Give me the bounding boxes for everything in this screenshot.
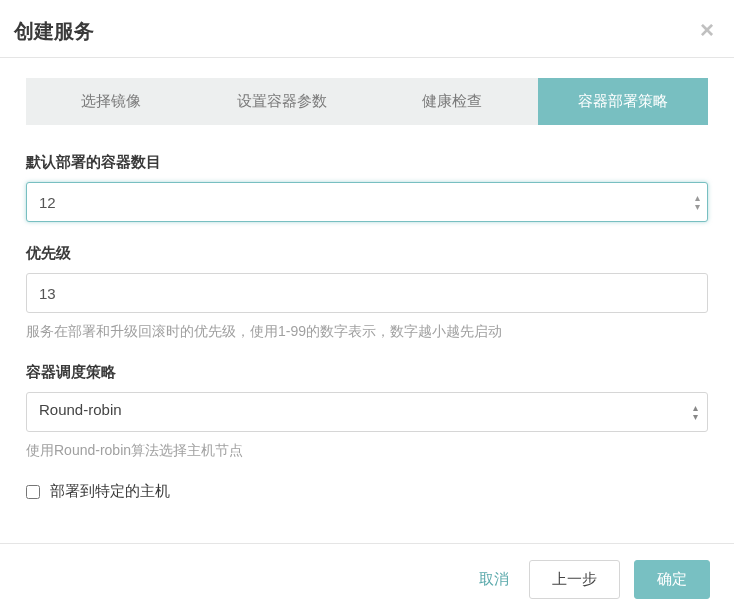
tab-health-check[interactable]: 健康检查 <box>367 78 538 125</box>
cancel-button[interactable]: 取消 <box>473 562 515 597</box>
label-schedule: 容器调度策略 <box>26 363 708 382</box>
deploy-specific-label: 部署到特定的主机 <box>50 482 170 501</box>
container-count-input[interactable] <box>26 182 708 222</box>
field-priority: 优先级 服务在部署和升级回滚时的优先级，使用1-99的数字表示，数字越小越先启动 <box>26 244 708 341</box>
field-container-count: 默认部署的容器数目 ▴▾ <box>26 153 708 222</box>
field-deploy-specific: 部署到特定的主机 <box>26 482 708 501</box>
header-divider <box>0 57 734 58</box>
priority-input[interactable] <box>26 273 708 313</box>
schedule-help: 使用Round-robin算法选择主机节点 <box>26 442 708 460</box>
tab-select-image[interactable]: 选择镜像 <box>26 78 197 125</box>
modal-footer: 取消 上一步 确定 <box>0 543 734 615</box>
label-container-count: 默认部署的容器数目 <box>26 153 708 172</box>
modal-header: 创建服务 × <box>0 0 734 57</box>
schedule-select[interactable]: Round-robin <box>26 392 708 432</box>
close-icon[interactable]: × <box>700 16 714 44</box>
tab-label: 容器部署策略 <box>578 92 668 109</box>
confirm-button[interactable]: 确定 <box>634 560 710 599</box>
priority-help: 服务在部署和升级回滚时的优先级，使用1-99的数字表示，数字越小越先启动 <box>26 323 708 341</box>
prev-button[interactable]: 上一步 <box>529 560 620 599</box>
tab-label: 选择镜像 <box>81 92 141 109</box>
input-wrapper <box>26 273 708 313</box>
modal-title: 创建服务 <box>14 18 710 45</box>
select-wrapper: Round-robin ▴▾ <box>26 392 708 432</box>
form-body: 默认部署的容器数目 ▴▾ 优先级 服务在部署和升级回滚时的优先级，使用1-99的… <box>0 125 734 511</box>
tab-label: 设置容器参数 <box>237 92 327 109</box>
tab-deploy-policy[interactable]: 容器部署策略 <box>538 78 709 125</box>
deploy-specific-checkbox[interactable] <box>26 485 40 499</box>
field-schedule: 容器调度策略 Round-robin ▴▾ 使用Round-robin算法选择主… <box>26 363 708 460</box>
tab-bar: 选择镜像 设置容器参数 健康检查 容器部署策略 <box>26 78 708 125</box>
tab-container-params[interactable]: 设置容器参数 <box>197 78 368 125</box>
input-wrapper: ▴▾ <box>26 182 708 222</box>
label-priority: 优先级 <box>26 244 708 263</box>
tab-label: 健康检查 <box>422 92 482 109</box>
